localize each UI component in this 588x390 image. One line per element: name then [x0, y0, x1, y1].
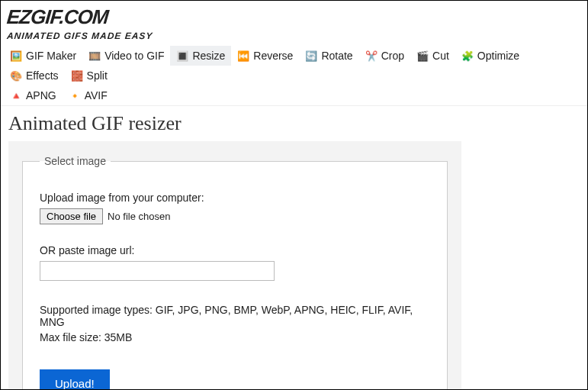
site-header: EZGIF.COM ANIMATED GIFS MADE EASY — [1, 1, 587, 43]
resize-icon: 🔳 — [176, 50, 188, 62]
nav-resize[interactable]: 🔳Resize — [170, 46, 231, 66]
effects-icon: 🎨 — [10, 69, 22, 82]
fieldset-legend: Select image — [40, 155, 111, 167]
video-to-gif-label: Video to GIF — [104, 50, 164, 62]
choose-file-button[interactable]: Choose file — [40, 208, 103, 224]
avif-icon: 🔸 — [69, 89, 81, 102]
video-to-gif-icon: 🎞️ — [88, 50, 101, 62]
nav-crop[interactable]: ✂️Crop — [359, 46, 410, 66]
split-icon: 🧱 — [71, 69, 83, 82]
nav-row-2: 🔺APNG🔸AVIF — [4, 85, 584, 105]
nav-effects[interactable]: 🎨Effects — [4, 66, 65, 85]
nav-video-to-gif[interactable]: 🎞️Video to GIF — [82, 46, 170, 66]
optimize-label: Optimize — [477, 50, 519, 62]
support-info: Supported image types: GIF, JPG, PNG, BM… — [40, 304, 430, 343]
nav-optimize[interactable]: 🧩Optimize — [455, 46, 525, 66]
nav-rotate[interactable]: 🔄Rotate — [299, 46, 358, 66]
optimize-icon: 🧩 — [461, 50, 474, 62]
upload-label: Upload image from your computer: — [40, 192, 430, 204]
rotate-icon: 🔄 — [305, 50, 317, 62]
page-title: Animated GIF resizer — [1, 106, 587, 141]
nav-reverse[interactable]: ⏮️Reverse — [231, 46, 299, 66]
upload-button[interactable]: Upload! — [40, 369, 110, 390]
effects-label: Effects — [26, 69, 59, 82]
nav-avif[interactable]: 🔸AVIF — [63, 85, 114, 105]
supported-types: Supported image types: GIF, JPG, PNG, BM… — [40, 304, 430, 328]
cut-label: Cut — [432, 50, 449, 62]
crop-icon: ✂️ — [365, 50, 378, 62]
main-nav: 🖼️GIF Maker🎞️Video to GIF🔳Resize⏮️Revers… — [1, 43, 587, 106]
nav-apng[interactable]: 🔺APNG — [4, 85, 63, 105]
logo-sub: ANIMATED GIFS MADE EASY — [6, 31, 153, 41]
gif-maker-label: GIF Maker — [26, 50, 76, 62]
image-url-input[interactable] — [40, 261, 275, 281]
cut-icon: 🎬 — [416, 50, 429, 62]
max-file-size: Max file size: 35MB — [40, 331, 430, 343]
nav-split[interactable]: 🧱Split — [65, 66, 114, 85]
rotate-label: Rotate — [321, 50, 352, 62]
crop-label: Crop — [381, 50, 404, 62]
apng-icon: 🔺 — [10, 89, 22, 102]
select-image-fieldset: Select image Upload image from your comp… — [22, 155, 448, 390]
avif-label: AVIF — [85, 89, 108, 102]
split-label: Split — [87, 69, 108, 82]
file-status: No file chosen — [108, 211, 170, 222]
gif-maker-icon: 🖼️ — [10, 50, 22, 62]
upload-panel: Select image Upload image from your comp… — [8, 141, 461, 390]
nav-row-1: 🖼️GIF Maker🎞️Video to GIF🔳Resize⏮️Revers… — [4, 46, 584, 85]
resize-label: Resize — [192, 50, 225, 62]
nav-gif-maker[interactable]: 🖼️GIF Maker — [4, 46, 82, 66]
or-paste-label: OR paste image url: — [40, 244, 430, 256]
apng-label: APNG — [26, 89, 56, 102]
reverse-icon: ⏮️ — [237, 50, 249, 62]
reverse-label: Reverse — [253, 50, 293, 62]
nav-cut[interactable]: 🎬Cut — [410, 46, 455, 66]
file-row: Choose file No file chosen — [40, 208, 430, 224]
logo-main: EZGIF.COM — [6, 5, 109, 29]
